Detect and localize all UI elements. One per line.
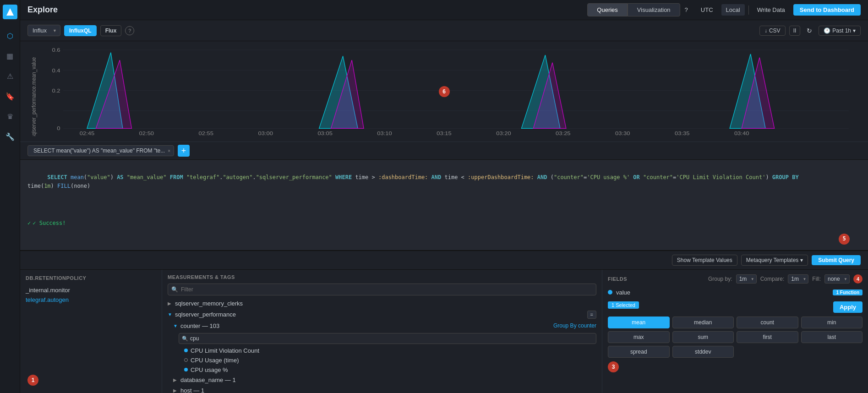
main-content: Explore Queries Visualization ? UTC Loca… bbox=[20, 0, 868, 393]
csv-download-button[interactable]: ↓ CSV bbox=[759, 26, 786, 36]
time-range-button[interactable]: 🕐 Past 1h ▾ bbox=[819, 26, 861, 36]
selected-count-badge: 1 Selected bbox=[608, 301, 639, 309]
fn-first[interactable]: first bbox=[737, 331, 798, 343]
measurement-performance-group: ▼ sqlserver_performance = ▼ counter — 10… bbox=[162, 309, 602, 393]
tag-cpu-usage-time[interactable]: CPU Usage (time) bbox=[162, 355, 602, 365]
svg-text:03:00: 03:00 bbox=[258, 131, 273, 136]
tag-search-inner: 🔍 bbox=[179, 333, 596, 344]
clock-icon: 🕐 bbox=[824, 27, 830, 34]
filter-input[interactable] bbox=[168, 284, 596, 295]
write-data-button[interactable]: Write Data bbox=[753, 4, 790, 16]
group-by-wrapper: 1m bbox=[736, 274, 757, 284]
compare-select[interactable]: 1m bbox=[788, 274, 808, 284]
db-item-internal[interactable]: _internal.monitor bbox=[26, 285, 156, 295]
database-name-measurement[interactable]: ▶ database_name — 1 bbox=[162, 375, 602, 385]
svg-text:0.4: 0.4 bbox=[52, 68, 60, 74]
apply-button[interactable]: Apply bbox=[833, 301, 863, 313]
app-logo[interactable] bbox=[3, 5, 17, 19]
chevron-down-icon: ▾ bbox=[853, 27, 856, 34]
field-value[interactable]: value 1 Function bbox=[608, 288, 863, 297]
fn-sum[interactable]: sum bbox=[672, 331, 734, 343]
svg-text:03:40: 03:40 bbox=[734, 131, 749, 136]
datasource-select[interactable]: Influx bbox=[27, 25, 60, 36]
fn-mean[interactable]: mean bbox=[608, 317, 670, 328]
sidebar-item-data[interactable]: ⚠ bbox=[2, 68, 18, 84]
tag-filter-input[interactable] bbox=[179, 333, 596, 344]
group-by-select[interactable]: 1m bbox=[736, 274, 757, 284]
svg-text:0: 0 bbox=[57, 126, 60, 131]
host-expand-icon: ▶ bbox=[173, 388, 179, 393]
fn-median[interactable]: median bbox=[672, 317, 734, 328]
bottom-panel: DB.RetentionPolicy _internal.monitor tel… bbox=[20, 269, 868, 393]
fill-wrapper: none bbox=[824, 274, 850, 284]
tag-cpu-limit-violation[interactable]: CPU Limit Violation Count bbox=[162, 346, 602, 355]
influxql-button[interactable]: InfluxQL bbox=[64, 25, 97, 36]
db-panel: DB.RetentionPolicy _internal.monitor tel… bbox=[20, 270, 162, 393]
fn-max[interactable]: max bbox=[608, 331, 670, 343]
measurement-memory-clerks[interactable]: ▶ sqlserver_memory_clerks bbox=[162, 298, 602, 309]
metaquery-button[interactable]: Metaquery Templates ▾ bbox=[741, 255, 808, 266]
sidebar-item-tools[interactable]: 🔧 bbox=[2, 128, 18, 145]
sidebar-item-explore[interactable]: ⬡ bbox=[2, 27, 18, 44]
view-toggle: Queries Visualization bbox=[587, 3, 680, 16]
annotation-badge-6: 6 bbox=[439, 86, 450, 97]
refresh-button[interactable]: ↻ bbox=[804, 26, 815, 36]
submit-query-button[interactable]: Submit Query bbox=[812, 255, 861, 265]
query-tab-close-icon[interactable]: × bbox=[168, 148, 170, 153]
utc-button[interactable]: UTC bbox=[696, 4, 718, 16]
equals-button[interactable]: = bbox=[587, 311, 596, 319]
show-template-button[interactable]: Show Template Values bbox=[672, 255, 737, 266]
topbar-right: ? UTC Local Write Data Send to Dashboard bbox=[680, 4, 861, 16]
fn-min[interactable]: min bbox=[801, 317, 863, 328]
measurements-header: Measurements & Tags 🔍 bbox=[162, 270, 602, 298]
counter-label: counter — 103 bbox=[180, 322, 219, 329]
collapse-icon: ▶ bbox=[168, 301, 173, 306]
svg-text:03:10: 03:10 bbox=[377, 131, 392, 136]
annotation-badge-5: 5 bbox=[839, 234, 850, 245]
function-badge[interactable]: 1 Function bbox=[833, 289, 863, 295]
field-selected-dot bbox=[608, 290, 612, 295]
topbar: Explore Queries Visualization ? UTC Loca… bbox=[20, 0, 868, 20]
add-query-button[interactable]: + bbox=[178, 145, 190, 157]
page-title: Explore bbox=[27, 5, 587, 15]
query-help-icon[interactable]: ? bbox=[125, 26, 134, 35]
measurement-performance-label: sqlserver_performance bbox=[175, 311, 236, 318]
pause-button[interactable]: II bbox=[789, 26, 801, 36]
svg-text:02:55: 02:55 bbox=[199, 131, 214, 136]
tab-visualization[interactable]: Visualization bbox=[628, 3, 680, 16]
measurement-memory-clerks-label: sqlserver_memory_clerks bbox=[175, 300, 243, 307]
fields-panel: Fields Group by: 1m Compare: 1m Fill: bbox=[602, 270, 868, 393]
svg-text:03:35: 03:35 bbox=[675, 131, 690, 136]
sidebar-item-sources[interactable]: 🔖 bbox=[2, 88, 18, 104]
sql-editor[interactable]: SELECT mean("value") AS "mean_value" FRO… bbox=[20, 160, 868, 251]
group-by-counter-button[interactable]: Group By counter bbox=[553, 322, 596, 329]
fn-count[interactable]: count bbox=[737, 317, 798, 328]
tab-queries[interactable]: Queries bbox=[587, 3, 628, 16]
counter-expand-icon: ▼ bbox=[173, 323, 179, 328]
db-name-expand-icon: ▶ bbox=[173, 377, 179, 382]
sidebar: ⬡ ▦ ⚠ 🔖 ♛ 🔧 bbox=[0, 0, 20, 393]
query-tab-bar: SELECT mean("value") AS "mean_value" FRO… bbox=[20, 142, 868, 160]
local-button[interactable]: Local bbox=[721, 4, 745, 16]
sidebar-item-crown[interactable]: ♛ bbox=[2, 108, 18, 125]
host-measurement[interactable]: ▶ host — 1 bbox=[162, 385, 602, 393]
tag-selected-dot bbox=[184, 368, 188, 371]
fn-spread[interactable]: spread bbox=[608, 346, 670, 358]
flux-button[interactable]: Flux bbox=[100, 25, 122, 36]
fill-select[interactable]: none bbox=[824, 274, 850, 284]
tag-cpu-usage-percent[interactable]: CPU usage % bbox=[162, 365, 602, 375]
fn-stddev[interactable]: stddev bbox=[672, 346, 734, 358]
query-action-bar: Show Template Values Metaquery Templates… bbox=[20, 251, 868, 269]
send-to-dashboard-button[interactable]: Send to Dashboard bbox=[793, 4, 861, 16]
sidebar-item-dashboards[interactable]: ▦ bbox=[2, 48, 18, 64]
measurements-panel: Measurements & Tags 🔍 ▶ sqlserver_memory… bbox=[162, 270, 602, 393]
fill-label: Fill: bbox=[812, 276, 821, 282]
query-tab[interactable]: SELECT mean("value") AS "mean_value" FRO… bbox=[27, 145, 174, 156]
fn-last[interactable]: last bbox=[801, 331, 863, 343]
db-item-telegraf[interactable]: telegraf.autogen bbox=[26, 295, 156, 305]
fields-controls: Group by: 1m Compare: 1m Fill: bbox=[708, 274, 863, 284]
svg-text:02:50: 02:50 bbox=[139, 131, 154, 136]
counter-toggle[interactable]: ▼ counter — 103 bbox=[173, 322, 219, 329]
help-button[interactable]: ? bbox=[680, 4, 693, 16]
measurement-performance-toggle[interactable]: ▼ sqlserver_performance bbox=[168, 311, 236, 318]
